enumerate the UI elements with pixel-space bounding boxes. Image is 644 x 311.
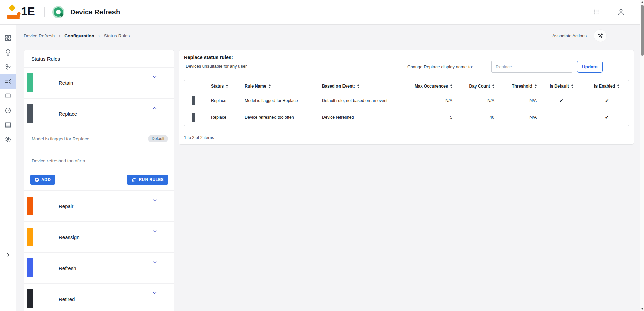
column-header-is-default[interactable]: Is Default — [538, 84, 585, 89]
cell-day-count: 40 — [454, 115, 496, 120]
chevron-down-icon — [152, 74, 158, 80]
refresh-icon — [131, 177, 136, 182]
dashboard-icon[interactable] — [0, 31, 16, 45]
sort-icon — [617, 84, 619, 88]
scrollbar-thumb[interactable] — [641, 5, 644, 56]
idea-icon[interactable] — [0, 45, 16, 60]
breadcrumb-separator: › — [98, 33, 100, 38]
status-rules-icon[interactable] — [0, 74, 16, 89]
accordion-label: Repair — [59, 191, 73, 221]
meter-icon[interactable] — [0, 103, 16, 117]
chevron-up-icon — [152, 105, 158, 111]
accordion-item-repair[interactable]: Repair — [24, 191, 174, 222]
user-profile-icon[interactable] — [616, 7, 626, 18]
page-scrollbar[interactable] — [640, 0, 644, 311]
rule-name: Model is flagged for Replace — [32, 136, 89, 141]
logo-swoosh-shape — [7, 15, 20, 19]
breadcrumb-status-rules: Status Rules — [104, 33, 130, 38]
sort-icon — [357, 84, 359, 88]
breadcrumb: Device Refresh › Configuration › Status … — [24, 33, 130, 39]
accordion-label: Retired — [59, 284, 75, 311]
column-header-threshold[interactable]: Threshold — [496, 84, 538, 89]
cell-day-count: N/A — [454, 98, 496, 103]
column-header-day-count[interactable]: Day Count — [454, 84, 496, 89]
chevron-down-icon — [152, 197, 158, 203]
laptop-icon[interactable] — [0, 89, 16, 103]
cell-based-on-event: Device refreshed — [314, 115, 408, 120]
shuffle-icon[interactable] — [594, 30, 606, 42]
check-icon: ✔ — [605, 98, 609, 103]
accordion-header-replace[interactable]: Replace — [24, 99, 174, 129]
breadcrumb-configuration[interactable]: Configuration — [64, 33, 94, 38]
column-header-is-enabled[interactable]: Is Enabled — [585, 84, 629, 89]
accordion-item-retired[interactable]: Retired — [24, 284, 174, 311]
sort-icon — [450, 84, 452, 88]
replace-actions-row: + ADD RUN RULES — [30, 175, 168, 185]
run-rules-button[interactable]: RUN RULES — [127, 175, 168, 185]
cell-status: Replace — [203, 98, 236, 103]
status-color-chip — [192, 113, 195, 122]
add-button[interactable]: + ADD — [30, 175, 55, 185]
update-button[interactable]: Update — [577, 61, 603, 73]
retain-color-bar — [27, 73, 33, 92]
topbar-actions — [592, 7, 626, 18]
rename-label: Change Replace display name to: — [407, 64, 491, 69]
accordion-item-retain[interactable]: Retain — [24, 68, 174, 99]
default-badge: Default — [148, 135, 168, 142]
refresh-color-bar — [27, 258, 33, 277]
cell-rule-name: Device refreshed too often — [236, 115, 314, 120]
column-header-rule-name[interactable]: Rule Name — [236, 84, 314, 89]
rules-table: Status Rule Name Based on Event: Max Occ… — [184, 80, 629, 126]
check-icon: ✔ — [559, 98, 564, 103]
table-header-row: Status Rule Name Based on Event: Max Occ… — [184, 80, 629, 92]
scroll-up-arrow[interactable] — [640, 0, 644, 5]
table-pagination-summary: 1 to 2 of 2 items — [184, 135, 214, 140]
accordion-label: Refresh — [59, 253, 76, 283]
logo-diamond-shape — [9, 4, 16, 11]
settings-icon[interactable] — [0, 132, 16, 146]
retired-color-bar — [27, 289, 33, 308]
table-row[interactable]: Replace Model is flagged for Replace Def… — [184, 92, 629, 109]
reassign-color-bar — [27, 228, 33, 246]
column-header-max-occurences[interactable]: Max Occurences — [408, 84, 454, 89]
accordion-item-replace: Replace Model is flagged for Replace Def… — [24, 99, 174, 191]
detail-title: Replace status rules: — [184, 55, 233, 60]
sort-icon — [535, 84, 537, 88]
app-root: 1E Device Refresh — [0, 0, 644, 311]
plus-icon: + — [35, 178, 39, 182]
sort-icon — [226, 84, 228, 88]
replace-color-bar — [27, 104, 33, 123]
associate-actions-label: Associate Actions — [552, 33, 587, 38]
expand-rail-chevron-icon[interactable] — [0, 250, 16, 259]
rule-item-device-refreshed[interactable]: Device refreshed too often — [32, 153, 168, 168]
check-icon: ✔ — [605, 115, 609, 120]
chevron-down-icon — [152, 259, 158, 265]
column-header-status[interactable]: Status — [203, 84, 236, 89]
scroll-down-arrow[interactable] — [640, 306, 644, 311]
rename-input[interactable] — [491, 61, 572, 73]
apps-grid-icon[interactable] — [592, 7, 602, 17]
repair-color-bar — [27, 197, 33, 215]
column-header-based-on-event[interactable]: Based on Event: — [314, 84, 408, 89]
device-refresh-app-icon — [54, 7, 63, 17]
cluster-icon[interactable] — [0, 60, 16, 74]
accordion-label: Retain — [59, 68, 73, 98]
top-bar: 1E Device Refresh — [0, 0, 644, 25]
cell-status: Replace — [203, 115, 236, 120]
logo-text: 1E — [21, 5, 35, 18]
breadcrumb-row: Device Refresh › Configuration › Status … — [24, 29, 606, 42]
accordion-label: Replace — [59, 99, 77, 129]
data-table-icon[interactable] — [0, 117, 16, 132]
status-rules-panel: Status Rules Retain Replace Model is fla… — [24, 50, 174, 311]
status-rules-panel-title: Status Rules — [24, 50, 174, 68]
accordion-item-reassign[interactable]: Reassign — [24, 222, 174, 253]
breadcrumb-device-refresh[interactable]: Device Refresh — [24, 33, 55, 38]
rule-item-model-flagged[interactable]: Model is flagged for Replace Default — [32, 131, 168, 146]
header-divider — [44, 7, 45, 17]
cell-max-occurences: 5 — [408, 115, 454, 120]
left-nav-rail — [0, 25, 16, 311]
table-row[interactable]: Replace Device refreshed too often Devic… — [184, 109, 629, 126]
cell-threshold: N/A — [496, 115, 538, 120]
accordion-item-refresh[interactable]: Refresh — [24, 253, 174, 284]
replace-status-rules-panel: Replace status rules: Devices unsuitable… — [179, 50, 634, 145]
